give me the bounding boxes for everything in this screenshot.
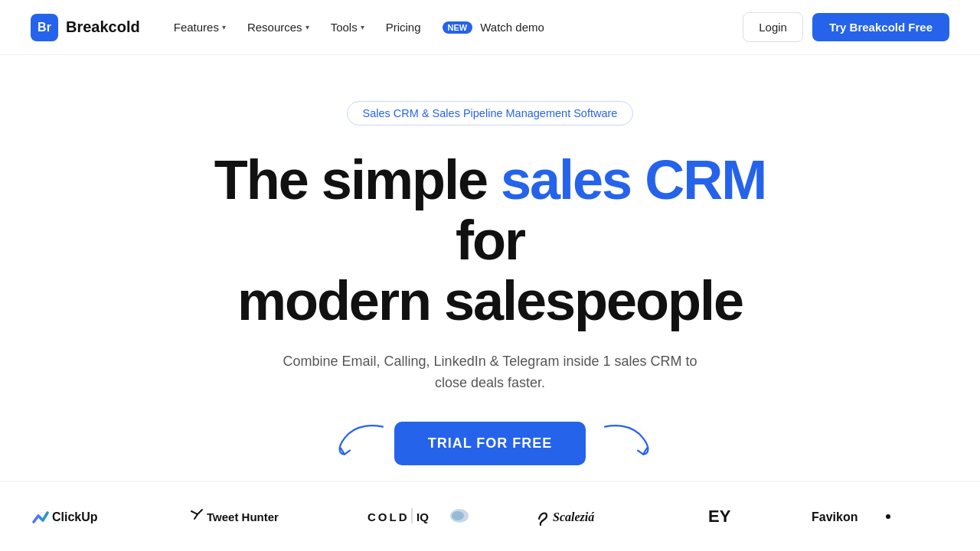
cta-row: TRIAL FOR FREE [394,422,586,465]
nav-resources[interactable]: Resources ▾ [238,15,318,40]
nav-watch-demo[interactable]: NEW Watch demo [433,15,554,40]
resources-chevron-icon: ▾ [305,23,309,31]
tag-pill: Sales CRM & Sales Pipeline Management So… [347,101,634,126]
logo-ey: EY [674,497,781,536]
login-button[interactable]: Login [743,12,803,42]
nav-tools[interactable]: Tools ▾ [322,15,374,40]
svg-text:EY: EY [708,507,731,526]
svg-text:COLD: COLD [368,510,410,523]
logo-icon: Br [31,14,58,41]
page-wrapper: Br Breakcold Features ▾ Resources ▾ Tool… [0,0,980,551]
tools-chevron-icon: ▾ [361,23,364,31]
logo-favikon: Favikon [781,497,949,536]
hero-title: The simple sales CRM for modern salespeo… [184,150,796,332]
svg-text:Scaleziá: Scaleziá [553,510,595,523]
svg-text:Favikon: Favikon [812,510,858,523]
nav-pricing[interactable]: Pricing [377,15,430,40]
svg-text:Tweet Hunter: Tweet Hunter [207,510,279,523]
navbar: Br Breakcold Features ▾ Resources ▾ Tool… [0,0,980,55]
logo-scalezia: Scaleziá [505,497,674,536]
nav-features[interactable]: Features ▾ [165,15,235,40]
new-badge: NEW [443,21,473,34]
nav-links: Features ▾ Resources ▾ Tools ▾ Pricing N… [165,15,554,40]
nav-right: Login Try Breakcold Free [743,12,949,42]
trial-cta-button[interactable]: TRIAL FOR FREE [394,422,586,465]
nav-left: Br Breakcold Features ▾ Resources ▾ Tool… [31,14,554,41]
logo-text: Breakcold [66,18,140,36]
logo-coldiq: COLD IQ [337,497,505,536]
logos-bar: ClickUp Tweet Hunter COLD IQ [0,481,980,551]
svg-text:ClickUp: ClickUp [52,510,98,523]
arrow-left-icon [333,419,387,460]
hero-section: Sales CRM & Sales Pipeline Management So… [0,55,980,545]
hero-title-part1: The simple [214,149,501,210]
svg-point-6 [452,511,464,520]
logo[interactable]: Br Breakcold [31,14,140,41]
svg-text:IQ: IQ [416,510,429,523]
features-chevron-icon: ▾ [222,23,226,31]
logo-tweethunter: Tweet Hunter [153,497,337,536]
hero-title-part2: for [456,210,524,271]
hero-subtitle: Combine Email, Calling, LinkedIn & Teleg… [268,350,712,395]
hero-title-line2: modern salespeople [237,270,743,331]
try-free-button[interactable]: Try Breakcold Free [812,13,949,41]
logo-find: Find [949,497,980,536]
hero-title-highlight: sales CRM [501,149,766,210]
svg-point-10 [886,514,890,519]
logo-clickup: ClickUp [0,497,153,536]
arrow-right-icon [601,419,655,460]
